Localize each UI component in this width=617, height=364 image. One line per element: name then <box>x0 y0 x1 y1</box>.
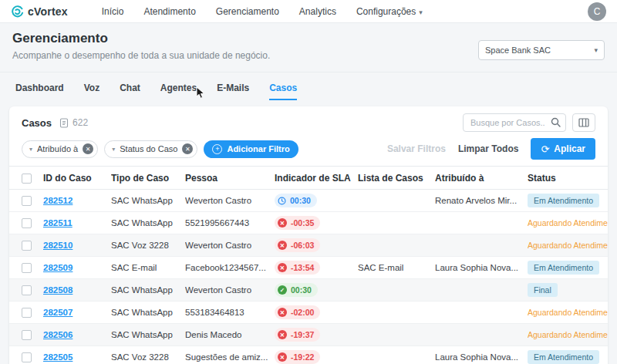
row-checkbox-cell <box>9 302 43 324</box>
case-id-cell: 282507 <box>43 302 111 324</box>
case-id-cell: 282511 <box>43 212 111 234</box>
business-unit-value: Space Bank SAC <box>485 46 551 55</box>
tab-dashboard[interactable]: Dashboard <box>15 83 64 100</box>
filter-chip-status-do-caso[interactable]: ▾ Status do Caso ✕ <box>104 140 197 158</box>
nav-item-gerenciamento[interactable]: Gerenciamento <box>216 6 279 17</box>
case-id-link[interactable]: 282512 <box>43 196 72 205</box>
tab-bar: Dashboard Voz Chat Agentes E-Mails Casos <box>0 72 617 100</box>
row-checkbox[interactable] <box>22 263 32 273</box>
nav-item-analytics[interactable]: Analytics <box>299 6 336 17</box>
filter-bar: ▾ Atribuído à ✕ ▾ Status do Caso ✕ + Adi… <box>9 136 608 166</box>
apply-button[interactable]: ⟳ Aplicar <box>531 138 595 160</box>
sla-indicator: ✕ -19:22 <box>275 350 320 364</box>
case-status-cell: Em Atendimento <box>528 257 608 279</box>
case-id-link[interactable]: 282505 <box>43 352 72 362</box>
row-checkbox-cell <box>9 346 43 364</box>
sla-indicator: ✕ -06:03 <box>275 238 320 252</box>
cases-table: ID do Caso Tipo de Caso Pessoa Indicador… <box>9 166 608 364</box>
case-person-cell: Weverton Castro <box>185 234 275 257</box>
row-checkbox[interactable] <box>22 330 32 340</box>
row-checkbox-cell <box>9 212 43 234</box>
sla-value: -06:03 <box>291 241 314 250</box>
user-avatar[interactable]: C <box>588 2 606 21</box>
case-id-link[interactable]: 282507 <box>43 308 72 317</box>
table-row: 282508 SAC WhatsApp Weverton Castro ✓ 00… <box>9 279 608 302</box>
cases-count: 622 <box>72 117 88 128</box>
x-circle-icon: ✕ <box>278 330 287 339</box>
case-status-cell: Aguardando Atendimento - Space... <box>528 324 608 346</box>
x-circle-icon: ✕ <box>278 263 287 272</box>
sla-value: 00:30 <box>290 196 311 205</box>
add-filter-button[interactable]: + Adicionar Filtro <box>204 140 298 158</box>
case-id-link[interactable]: 282511 <box>43 218 72 228</box>
x-circle-icon: ✕ <box>278 352 287 362</box>
case-type-cell: SAC WhatsApp <box>111 302 185 324</box>
case-id-link[interactable]: 282508 <box>43 285 72 295</box>
nav-item-configuracoes[interactable]: Configurações▾ <box>356 6 423 17</box>
cases-toolbar <box>463 113 595 132</box>
search-icon[interactable] <box>551 117 561 130</box>
check-circle-icon: ✓ <box>278 285 287 295</box>
close-icon[interactable]: ✕ <box>83 143 93 154</box>
column-header-list[interactable]: Lista de Casos <box>358 167 435 190</box>
case-type-cell: SAC Voz 3228 <box>111 234 185 257</box>
case-sla-cell: ✕ -13:54 <box>275 257 358 279</box>
cases-title: Casos <box>22 117 52 129</box>
logo-text: cVortex <box>28 5 68 18</box>
logo[interactable]: cVortex <box>11 5 68 18</box>
filter-chip-atribuido-a[interactable]: ▾ Atribuído à ✕ <box>22 140 98 158</box>
case-list-cell: SAC E-mail <box>358 257 435 279</box>
column-header-person[interactable]: Pessoa <box>185 167 275 190</box>
case-type-cell: SAC WhatsApp <box>111 190 185 212</box>
row-checkbox[interactable] <box>22 196 32 206</box>
close-icon[interactable]: ✕ <box>182 143 193 154</box>
cases-card: Casos 622 ▾ Atribuído à ✕ ▾ Status do Ca… <box>9 106 608 364</box>
table-row: 282510 SAC Voz 3228 Weverton Castro ✕ -0… <box>9 234 608 257</box>
clear-all-button[interactable]: Limpar Todos <box>458 143 518 154</box>
row-checkbox[interactable] <box>22 285 32 295</box>
case-id-link[interactable]: 282509 <box>43 263 72 272</box>
nav-item-atendimento[interactable]: Atendimento <box>143 6 195 17</box>
column-header-status[interactable]: Status <box>528 167 608 190</box>
select-all-cell <box>9 167 43 190</box>
column-header-sla[interactable]: Indicador de SLA <box>275 167 358 190</box>
nav-item-inicio[interactable]: Início <box>102 6 124 17</box>
row-checkbox[interactable] <box>22 352 32 362</box>
case-id-link[interactable]: 282506 <box>43 330 72 339</box>
case-sla-cell: 00:30 <box>275 190 358 212</box>
row-checkbox[interactable] <box>22 241 32 251</box>
clock-icon <box>278 197 286 205</box>
cvortex-logo-icon <box>11 5 24 18</box>
case-sla-cell: ✕ -19:37 <box>275 324 358 346</box>
tab-emails[interactable]: E-Mails <box>217 83 249 100</box>
row-checkbox[interactable] <box>22 218 32 228</box>
case-list-cell <box>358 190 435 212</box>
case-id-link[interactable]: 282510 <box>43 241 72 250</box>
x-circle-icon: ✕ <box>278 308 287 317</box>
column-header-assigned[interactable]: Atribuído à <box>435 167 528 190</box>
case-status-cell: Em Atendimento <box>528 346 608 364</box>
tab-chat[interactable]: Chat <box>120 83 140 100</box>
chevron-down-icon: ▾ <box>419 8 423 16</box>
column-header-type[interactable]: Tipo de Caso <box>111 167 185 190</box>
table-row: 282512 SAC WhatsApp Weverton Castro 00:3… <box>9 190 608 212</box>
columns-button[interactable] <box>572 113 595 132</box>
save-filters-button[interactable]: Salvar Filtros <box>387 143 446 154</box>
page-header: Gerenciamento Acompanhe o desempenho de … <box>0 23 617 72</box>
case-list-cell <box>358 234 435 257</box>
case-person-cell: Facebook1234567... <box>185 257 275 279</box>
case-person-cell: Weverton Castro <box>185 279 275 302</box>
column-header-id[interactable]: ID do Caso <box>43 167 111 190</box>
tab-agentes[interactable]: Agentes <box>160 83 197 100</box>
tab-casos[interactable]: Casos <box>269 83 297 100</box>
filter-chip-label: Atribuído à <box>37 144 78 153</box>
select-all-checkbox[interactable] <box>22 174 32 184</box>
business-unit-select[interactable]: Space Bank SAC ▾ <box>478 40 605 60</box>
case-assigned-cell <box>435 279 528 302</box>
tab-voz[interactable]: Voz <box>84 83 99 100</box>
case-list-cell <box>358 212 435 234</box>
sla-value: 00:30 <box>291 285 312 295</box>
case-id-cell: 282512 <box>43 190 111 212</box>
row-checkbox[interactable] <box>22 308 32 318</box>
sla-value: -19:22 <box>291 352 314 362</box>
